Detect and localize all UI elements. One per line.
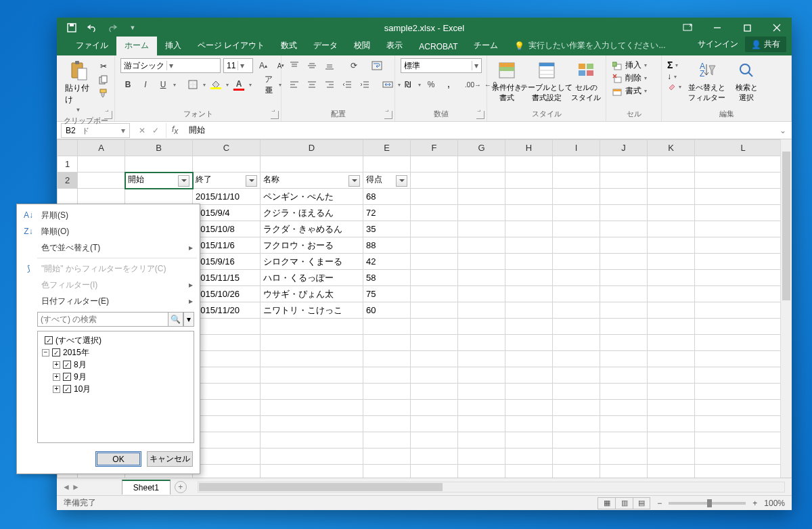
alignment-launcher[interactable] [384,111,392,119]
tab-home[interactable]: ホーム [116,37,157,55]
format-as-table-button[interactable]: テーブルとして 書式設定 [525,58,568,104]
checkbox-2015[interactable]: ✓ [52,348,60,356]
row-header-1[interactable]: 1 [58,156,78,172]
cell-B2[interactable]: 開始 [125,172,193,189]
increase-indent-icon[interactable] [357,77,372,92]
vertical-scrollbar[interactable] [780,139,792,478]
increase-font-icon[interactable]: A▴ [256,58,271,73]
filter-value-tree[interactable]: ✓(すべて選択) −✓2015年 +✓8月 +✓9月 +✓10月 [37,331,194,443]
merge-center-icon[interactable] [380,77,395,92]
filter-button-B[interactable] [178,175,189,187]
checkbox-m9[interactable]: ✓ [63,373,71,381]
borders-button[interactable] [185,77,200,92]
font-size-combo[interactable]: 11▾ [223,58,253,73]
prev-sheet-icon[interactable]: ◄ [62,482,70,492]
decrease-indent-icon[interactable] [340,77,355,92]
filter-button-C[interactable] [246,175,257,187]
cell-D2[interactable]: 名称 [261,172,363,189]
cancel-formula-icon[interactable]: ✕ [139,126,145,135]
qat-dropdown-icon[interactable]: ▼ [127,22,138,33]
tab-page-layout[interactable]: ページ レイアウト [189,37,273,55]
ribbon-display-icon[interactable] [673,18,702,38]
undo-icon[interactable] [87,22,97,33]
tab-insert[interactable]: 挿入 [157,37,189,55]
expand-m9[interactable]: + [53,373,60,381]
align-right-icon[interactable] [322,77,337,92]
font-color-button[interactable]: A [231,77,246,92]
save-icon[interactable] [66,22,77,33]
share-button[interactable]: 👤共有 [745,37,786,52]
tab-review[interactable]: 校閲 [346,37,378,55]
cell-C2[interactable]: 終了 [193,172,261,189]
conditional-formatting-button[interactable]: 条件付き 書式 [493,58,521,104]
fx-icon[interactable]: fx [166,124,183,136]
row-header-2[interactable]: 2 [58,172,78,189]
search-dropdown[interactable]: ▾ [183,312,194,327]
clear-button[interactable]: ▾ [667,83,681,91]
wrap-text-icon[interactable] [369,58,384,73]
fill-button[interactable]: ↓▾ [667,72,681,81]
minimize-button[interactable] [702,18,732,38]
enter-formula-icon[interactable]: ✓ [152,126,159,135]
page-layout-view-icon[interactable]: ▥ [615,497,633,509]
col-header-F[interactable]: F [411,140,458,156]
new-sheet-button[interactable]: + [175,481,187,493]
col-header-B[interactable]: B [125,140,193,156]
filter-button-D[interactable] [348,175,360,187]
cancel-button[interactable]: キャンセル [147,451,193,467]
number-launcher[interactable] [476,111,484,119]
sign-in-link[interactable]: サインイン [698,39,738,50]
tab-file[interactable]: ファイル [68,37,116,55]
filter-search-input[interactable] [37,312,168,327]
number-format-combo[interactable]: 標準▾ [401,58,482,73]
col-header-D[interactable]: D [261,140,363,156]
col-header-C[interactable]: C [193,140,261,156]
align-left-icon[interactable] [287,77,302,92]
zoom-level[interactable]: 100% [764,499,785,508]
tab-view[interactable]: 表示 [378,37,411,55]
col-header-K[interactable]: K [648,140,695,156]
cell-styles-button[interactable]: セルの スタイル [572,58,600,104]
autosum-button[interactable]: Σ▾ [667,60,681,70]
sort-by-color[interactable]: 色で並べ替え(T)▸ [17,239,200,256]
tab-data[interactable]: データ [305,37,346,55]
checkbox-select-all[interactable]: ✓ [45,336,53,344]
zoom-slider[interactable] [669,502,746,505]
delete-cells-button[interactable]: 削除▾ [612,72,647,84]
underline-dropdown[interactable]: ▾ [173,82,176,88]
normal-view-icon[interactable]: ▦ [597,497,615,509]
accounting-format-icon[interactable]: ₪ [401,77,415,92]
font-name-combo[interactable]: 游ゴシック▾ [120,58,221,73]
cut-icon[interactable]: ✂ [98,61,109,72]
search-icon[interactable]: 🔍 [168,312,183,327]
format-cells-button[interactable]: 書式▾ [612,85,647,97]
redo-icon[interactable] [107,22,118,33]
align-center-icon[interactable] [304,77,319,92]
col-header-G[interactable]: G [458,140,505,156]
col-header-I[interactable]: I [553,140,600,156]
paste-button[interactable]: 貼り付け ▼ [62,58,94,114]
col-header-J[interactable]: J [600,140,648,156]
align-bottom-icon[interactable] [322,58,337,73]
clipboard-launcher[interactable] [104,111,112,119]
col-header-A[interactable]: A [78,140,125,156]
zoom-out-button[interactable]: − [657,499,662,508]
tab-formulas[interactable]: 数式 [273,37,305,55]
find-select-button[interactable]: 検索と 選択 [732,58,761,104]
align-middle-icon[interactable] [304,58,319,73]
cell-E2[interactable]: 得点 [363,172,411,189]
copy-icon[interactable] [98,74,109,85]
next-sheet-icon[interactable]: ► [72,482,80,492]
insert-cells-button[interactable]: 挿入▾ [612,60,647,71]
sort-descending[interactable]: Z↓降順(O) [17,223,200,239]
font-launcher[interactable] [271,111,279,119]
col-header-E[interactable]: E [363,140,411,156]
increase-decimal-icon[interactable]: .00→ [466,77,480,92]
select-all-corner[interactable] [58,140,78,156]
bold-button[interactable]: B [120,77,135,92]
tab-team[interactable]: チーム [466,37,506,55]
zoom-in-button[interactable]: + [752,499,757,508]
sort-filter-button[interactable]: AZ並べ替えと フィルター [685,58,728,104]
fill-color-button[interactable] [208,77,223,92]
underline-button[interactable]: U [156,77,171,92]
